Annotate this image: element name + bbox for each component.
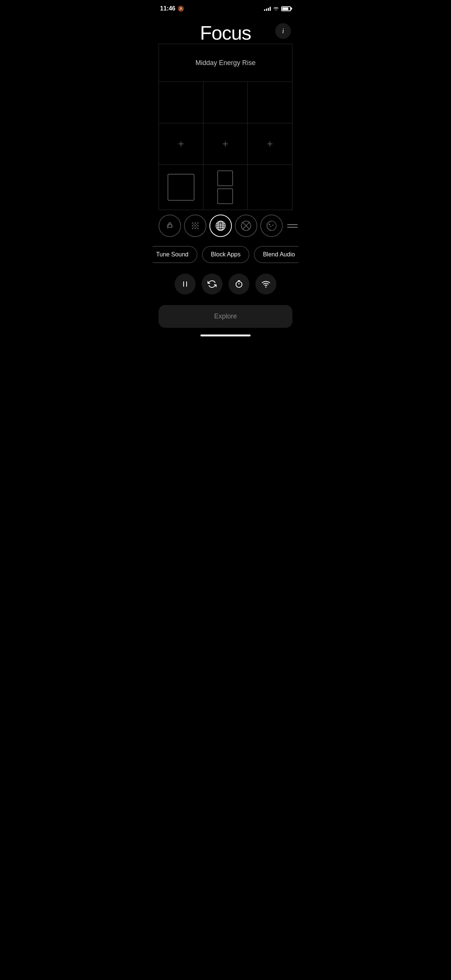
add-icon-2: + (222, 138, 228, 149)
widget-small-1 (217, 170, 233, 186)
action-buttons: Tune Sound Block Apps Blend Audio (153, 242, 298, 267)
svg-point-6 (192, 228, 193, 229)
grid-row-empty (159, 82, 292, 123)
sound-arrows-button[interactable] (235, 215, 257, 237)
svg-point-12 (196, 226, 197, 228)
loop-button[interactable] (202, 274, 223, 294)
menu-line-2 (287, 227, 298, 228)
subtitle-cell: Midday Energy Rise (159, 44, 292, 81)
grid-cell-plus-2[interactable]: + (204, 123, 248, 164)
status-bar: 11:46 🔕 (153, 0, 298, 15)
widget-small-2 (217, 188, 233, 204)
grid-cell-plus-1[interactable]: + (159, 123, 204, 164)
grid-row-widgets (159, 165, 292, 210)
home-indicator (153, 331, 298, 339)
grid-row-plus: + + + (159, 123, 292, 165)
grid-cell-plus-3[interactable]: + (247, 123, 292, 164)
info-button[interactable]: i (275, 23, 291, 39)
svg-point-23 (270, 226, 271, 227)
blend-audio-button[interactable]: Blend Audio (254, 246, 298, 263)
svg-point-8 (197, 228, 199, 229)
sound-selector (153, 210, 298, 242)
info-icon: i (282, 27, 284, 35)
add-icon-3: + (267, 138, 273, 149)
menu-line-1 (287, 224, 298, 225)
tune-sound-button[interactable]: Tune Sound (153, 246, 198, 263)
grid-cell-empty-2 (204, 82, 248, 123)
svg-point-3 (192, 225, 193, 226)
svg-point-10 (196, 224, 197, 225)
sound-waves-button[interactable] (159, 215, 181, 237)
explore-bar[interactable]: Explore (159, 305, 292, 328)
svg-point-4 (194, 225, 196, 226)
sound-moon-button[interactable] (260, 215, 283, 237)
pause-button[interactable] (175, 274, 196, 294)
control-buttons (153, 267, 298, 301)
grid-cell-empty-1 (159, 82, 204, 123)
sound-dots-button[interactable] (184, 215, 206, 237)
home-bar (201, 334, 250, 336)
svg-point-1 (194, 223, 196, 224)
grid-cell-widget-large (159, 165, 204, 210)
svg-point-5 (197, 225, 199, 226)
block-apps-button[interactable]: Block Apps (202, 246, 249, 263)
timer-button[interactable] (228, 274, 249, 294)
cast-button[interactable] (255, 274, 276, 294)
widget-large (167, 174, 194, 201)
svg-point-9 (193, 224, 194, 225)
header: Focus i (153, 15, 298, 44)
subtitle-text: Midday Energy Rise (195, 59, 255, 67)
widget-small-group (217, 170, 233, 204)
signal-icon (264, 6, 271, 11)
grid-cell-empty-widget (247, 165, 292, 210)
status-right (264, 6, 291, 11)
add-icon-1: + (178, 138, 184, 149)
svg-point-11 (193, 226, 194, 228)
svg-point-7 (194, 228, 196, 229)
sound-globe-button[interactable] (209, 215, 232, 237)
svg-point-24 (273, 224, 273, 225)
content-grid: Midday Energy Rise + + + (159, 44, 292, 210)
wifi-icon (273, 6, 279, 11)
grid-cell-widget-small (204, 165, 248, 210)
status-time: 11:46 (160, 5, 175, 12)
grid-cell-empty-3 (247, 82, 292, 123)
battery-icon (281, 6, 291, 11)
svg-point-21 (267, 221, 276, 231)
grid-row-subtitle: Midday Energy Rise (159, 44, 292, 82)
bell-mute-icon: 🔕 (178, 6, 184, 11)
explore-label: Explore (214, 312, 237, 320)
svg-point-0 (192, 223, 193, 224)
page-title: Focus (160, 22, 291, 44)
status-left: 11:46 🔕 (160, 5, 184, 12)
svg-point-2 (197, 223, 199, 224)
menu-button[interactable] (287, 219, 298, 232)
svg-point-22 (269, 224, 270, 225)
